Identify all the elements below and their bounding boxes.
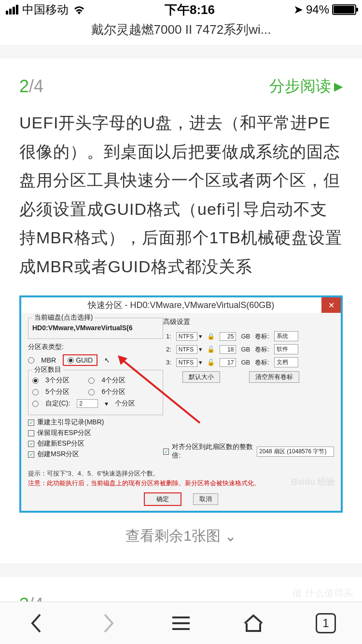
status-time: 下午8:16 bbox=[165, 1, 215, 18]
cursor-icon: ↖ bbox=[104, 356, 110, 364]
wifi-icon bbox=[72, 5, 86, 14]
menu-button[interactable] bbox=[167, 609, 195, 638]
radio-mbr bbox=[28, 357, 34, 364]
close-icon: ✕ bbox=[321, 297, 341, 313]
cancel-button: 取消 bbox=[193, 493, 218, 505]
battery-icon bbox=[332, 4, 356, 15]
status-right: ➤ 94% bbox=[293, 3, 356, 16]
back-button[interactable] bbox=[22, 609, 51, 638]
location-icon: ➤ bbox=[293, 3, 303, 16]
page-title: 戴尔灵越燃7000 II 7472系列wi... bbox=[0, 19, 362, 45]
step-2-text: UEFI开头字母的U盘，进去（和平常进PE很像的）。到桌面以后把要做成系统的固态… bbox=[19, 109, 343, 281]
ok-button: 确定 bbox=[144, 492, 181, 506]
partition-table: 1:NTFS ▾🔒25GB卷标:系统2:NTFS ▾🔓18GB卷标:软件3:NT… bbox=[163, 329, 301, 369]
step-read-button[interactable]: 分步阅读▶ bbox=[269, 76, 343, 97]
forward-button[interactable] bbox=[94, 609, 123, 638]
battery-percent: 94% bbox=[306, 3, 329, 16]
view-more-images[interactable]: 查看剩余1张图 ⌄ bbox=[19, 513, 343, 563]
home-button[interactable] bbox=[239, 609, 268, 638]
radio-guid bbox=[68, 357, 74, 364]
play-icon: ▶ bbox=[334, 80, 343, 93]
carrier-label: 中国移动 bbox=[22, 2, 69, 17]
signal-icon bbox=[6, 5, 18, 14]
chevron-down-icon: ⌄ bbox=[224, 528, 237, 545]
partition-dialog-image[interactable]: 快速分区 - HD0:VMware,VMwareVirtualS(60GB) ✕… bbox=[19, 295, 343, 513]
guid-highlight: GUID bbox=[63, 354, 97, 366]
baidu-watermark: Baidu 经验 bbox=[291, 476, 335, 488]
status-left: 中国移动 bbox=[6, 2, 86, 17]
browser-toolbar: 1 bbox=[0, 602, 362, 644]
step-counter: 2/4 bbox=[19, 76, 43, 97]
tabs-button[interactable]: 1 bbox=[311, 609, 340, 638]
step-2-header: 2/4 分步阅读▶ bbox=[19, 58, 343, 109]
dialog-titlebar: 快速分区 - HD0:VMware,VMwareVirtualS(60GB) ✕ bbox=[21, 297, 341, 313]
status-bar: 中国移动 下午8:16 ➤ 94% bbox=[0, 0, 362, 19]
smzdm-watermark: 值 什么值得买 bbox=[292, 587, 353, 600]
